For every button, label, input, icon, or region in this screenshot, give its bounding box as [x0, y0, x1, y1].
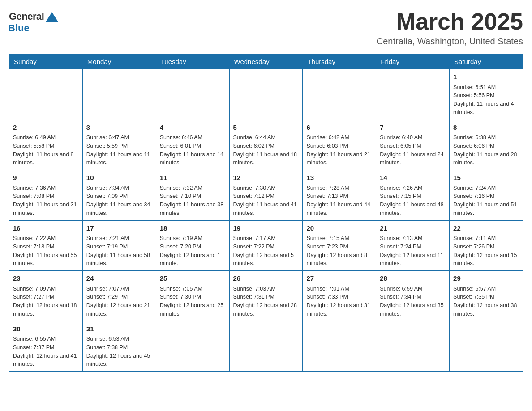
calendar-week-row: 23Sunrise: 7:09 AMSunset: 7:27 PMDayligh… — [9, 271, 523, 321]
table-row: 12Sunrise: 7:30 AMSunset: 7:12 PMDayligh… — [229, 170, 303, 221]
header: General Blue March 2025 Centralia, Washi… — [9, 9, 523, 47]
day-number: 23 — [13, 274, 79, 284]
day-number: 11 — [160, 173, 226, 183]
day-number: 6 — [306, 123, 372, 133]
table-row: 1Sunrise: 6:51 AMSunset: 5:56 PMDaylight… — [450, 69, 523, 120]
table-row: 2Sunrise: 6:49 AMSunset: 5:58 PMDaylight… — [9, 120, 83, 170]
table-row — [229, 69, 303, 120]
day-number: 5 — [233, 123, 299, 133]
table-row — [156, 321, 229, 372]
calendar-week-row: 16Sunrise: 7:22 AMSunset: 7:18 PMDayligh… — [9, 220, 523, 271]
table-row: 9Sunrise: 7:36 AMSunset: 7:08 PMDaylight… — [9, 170, 83, 221]
day-number: 7 — [380, 123, 446, 133]
table-row: 24Sunrise: 7:07 AMSunset: 7:29 PMDayligh… — [82, 271, 156, 321]
col-wednesday: Wednesday — [229, 54, 303, 69]
table-row — [82, 69, 156, 120]
table-row: 21Sunrise: 7:13 AMSunset: 7:24 PMDayligh… — [376, 220, 450, 271]
day-number: 31 — [86, 324, 152, 334]
table-row: 19Sunrise: 7:17 AMSunset: 7:22 PMDayligh… — [229, 220, 303, 271]
col-thursday: Thursday — [303, 54, 376, 69]
day-number: 16 — [13, 223, 79, 234]
day-number: 18 — [160, 223, 226, 234]
logo-general-text: General — [9, 11, 44, 22]
table-row — [450, 321, 523, 372]
day-number: 22 — [453, 223, 519, 234]
day-number: 2 — [13, 123, 79, 133]
month-title: March 2025 — [377, 9, 523, 34]
calendar-week-row: 9Sunrise: 7:36 AMSunset: 7:08 PMDaylight… — [9, 170, 523, 221]
table-row — [303, 69, 376, 120]
logo: General Blue — [9, 9, 58, 34]
calendar-table: Sunday Monday Tuesday Wednesday Thursday… — [9, 54, 523, 372]
col-saturday: Saturday — [450, 54, 523, 69]
col-friday: Friday — [376, 54, 450, 69]
day-number: 28 — [380, 274, 446, 284]
day-number: 25 — [160, 274, 226, 284]
table-row: 23Sunrise: 7:09 AMSunset: 7:27 PMDayligh… — [9, 271, 83, 321]
day-number: 9 — [13, 173, 79, 183]
day-number: 14 — [380, 173, 446, 183]
table-row: 4Sunrise: 6:46 AMSunset: 6:01 PMDaylight… — [156, 120, 229, 170]
day-number: 29 — [453, 274, 519, 284]
table-row: 27Sunrise: 7:01 AMSunset: 7:33 PMDayligh… — [303, 271, 376, 321]
day-number: 1 — [453, 72, 519, 82]
col-monday: Monday — [82, 54, 156, 69]
day-number: 17 — [86, 223, 152, 234]
page: General Blue March 2025 Centralia, Washi… — [9, 9, 523, 372]
calendar-week-row: 30Sunrise: 6:55 AMSunset: 7:37 PMDayligh… — [9, 321, 523, 372]
table-row: 28Sunrise: 6:59 AMSunset: 7:34 PMDayligh… — [376, 271, 450, 321]
table-row: 30Sunrise: 6:55 AMSunset: 7:37 PMDayligh… — [9, 321, 83, 372]
table-row: 8Sunrise: 6:38 AMSunset: 6:06 PMDaylight… — [450, 120, 523, 170]
table-row: 18Sunrise: 7:19 AMSunset: 7:20 PMDayligh… — [156, 220, 229, 271]
day-number: 15 — [453, 173, 519, 183]
table-row: 17Sunrise: 7:21 AMSunset: 7:19 PMDayligh… — [82, 220, 156, 271]
day-number: 27 — [306, 274, 372, 284]
col-sunday: Sunday — [9, 54, 83, 69]
calendar-header-row: Sunday Monday Tuesday Wednesday Thursday… — [9, 54, 523, 69]
table-row: 7Sunrise: 6:40 AMSunset: 6:05 PMDaylight… — [376, 120, 450, 170]
table-row — [376, 69, 450, 120]
day-number: 30 — [13, 324, 79, 334]
table-row: 6Sunrise: 6:42 AMSunset: 6:03 PMDaylight… — [303, 120, 376, 170]
table-row: 22Sunrise: 7:11 AMSunset: 7:26 PMDayligh… — [450, 220, 523, 271]
col-tuesday: Tuesday — [156, 54, 229, 69]
table-row: 15Sunrise: 7:24 AMSunset: 7:16 PMDayligh… — [450, 170, 523, 221]
table-row — [156, 69, 229, 120]
day-number: 3 — [86, 123, 152, 133]
table-row — [303, 321, 376, 372]
day-number: 4 — [160, 123, 226, 133]
calendar-week-row: 1Sunrise: 6:51 AMSunset: 5:56 PMDaylight… — [9, 69, 523, 120]
table-row: 29Sunrise: 6:57 AMSunset: 7:35 PMDayligh… — [450, 271, 523, 321]
location: Centralia, Washington, United States — [377, 36, 523, 47]
table-row: 16Sunrise: 7:22 AMSunset: 7:18 PMDayligh… — [9, 220, 83, 271]
day-number: 10 — [86, 173, 152, 183]
day-number: 20 — [306, 223, 372, 234]
logo-triangle-icon — [46, 12, 58, 22]
table-row: 5Sunrise: 6:44 AMSunset: 6:02 PMDaylight… — [229, 120, 303, 170]
table-row: 20Sunrise: 7:15 AMSunset: 7:23 PMDayligh… — [303, 220, 376, 271]
calendar-week-row: 2Sunrise: 6:49 AMSunset: 5:58 PMDaylight… — [9, 120, 523, 170]
day-number: 26 — [233, 274, 299, 284]
table-row — [9, 69, 83, 120]
day-number: 24 — [86, 274, 152, 284]
table-row: 11Sunrise: 7:32 AMSunset: 7:10 PMDayligh… — [156, 170, 229, 221]
table-row: 14Sunrise: 7:26 AMSunset: 7:15 PMDayligh… — [376, 170, 450, 221]
table-row — [376, 321, 450, 372]
table-row: 10Sunrise: 7:34 AMSunset: 7:09 PMDayligh… — [82, 170, 156, 221]
day-number: 13 — [306, 173, 372, 183]
title-block: March 2025 Centralia, Washington, United… — [377, 9, 523, 47]
day-number: 21 — [380, 223, 446, 234]
table-row: 26Sunrise: 7:03 AMSunset: 7:31 PMDayligh… — [229, 271, 303, 321]
table-row — [229, 321, 303, 372]
logo-blue-text: Blue — [8, 22, 30, 34]
table-row: 3Sunrise: 6:47 AMSunset: 5:59 PMDaylight… — [82, 120, 156, 170]
day-number: 12 — [233, 173, 299, 183]
table-row: 31Sunrise: 6:53 AMSunset: 7:38 PMDayligh… — [82, 321, 156, 372]
table-row: 13Sunrise: 7:28 AMSunset: 7:13 PMDayligh… — [303, 170, 376, 221]
day-number: 8 — [453, 123, 519, 133]
day-number: 19 — [233, 223, 299, 234]
table-row: 25Sunrise: 7:05 AMSunset: 7:30 PMDayligh… — [156, 271, 229, 321]
